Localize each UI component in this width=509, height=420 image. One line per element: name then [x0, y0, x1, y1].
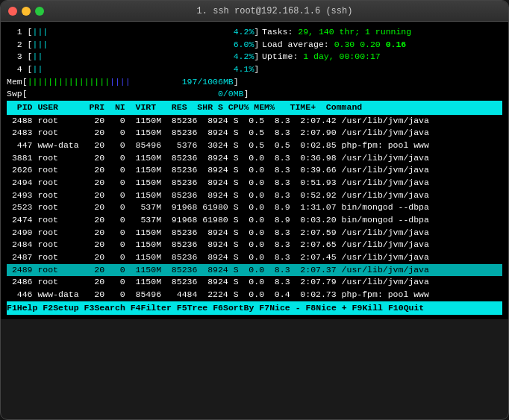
- table-header: PID USER PRI NI VIRT RES SHR S CPU% MEM%…: [7, 101, 502, 115]
- maximize-button[interactable]: [35, 7, 44, 16]
- stats-area: 1 [||| 4.2%] 2 [||| 6.0%] 3 [|| 4.: [7, 26, 502, 101]
- footer-label[interactable]: Nice +: [316, 302, 346, 315]
- footer-key[interactable]: F4: [131, 302, 141, 315]
- table-row: 446 www-data 20 0 85496 4484 2224 S 0.0 …: [7, 289, 502, 301]
- footer-key[interactable]: F10: [388, 302, 404, 315]
- load-line: Load average: 0.30 0.20 0.16: [262, 39, 502, 51]
- footer-label[interactable]: Nice -: [269, 302, 300, 315]
- window-title: 1. ssh root@192.168.1.6 (ssh): [49, 6, 501, 16]
- mem-line: Mem[|||||||||||||||||||| 197/1006MB]: [7, 76, 254, 89]
- terminal-content: 1 [||| 4.2%] 2 [||| 6.0%] 3 [|| 4.: [1, 22, 508, 319]
- table-row: 2523 root 20 0 537M 91968 61980 S 0.0 8.…: [7, 201, 502, 214]
- footer-label[interactable]: Search: [94, 302, 125, 315]
- table-row: 2493 root 20 0 1150M 85236 8924 S 0.0 8.…: [7, 189, 502, 202]
- close-button[interactable]: [8, 7, 17, 16]
- footer-label[interactable]: Help: [17, 302, 38, 315]
- table-row: 447 www-data 20 0 85496 5376 3024 S 0.5 …: [7, 140, 502, 152]
- footer-key[interactable]: F1: [7, 302, 17, 315]
- table-row: 2489 root 20 0 1150M 85236 8924 S 0.0 8.…: [7, 264, 502, 277]
- swp-line: Swp[ 0/0MB]: [7, 88, 254, 101]
- footer-key[interactable]: F8: [305, 302, 316, 315]
- table-row: 2490 root 20 0 1150M 85236 8924 S 0.0 8.…: [7, 227, 502, 239]
- minimize-button[interactable]: [22, 7, 31, 16]
- footer-label[interactable]: Kill: [362, 302, 383, 315]
- footer-label[interactable]: SortBy: [223, 302, 254, 315]
- footer-label[interactable]: Setup: [53, 302, 79, 315]
- table-row: 3881 root 20 0 1150M 85236 8924 S 0.0 8.…: [7, 152, 502, 165]
- cpu4-line: 4 [|| 4.1%]: [7, 63, 254, 76]
- table-row: 2474 root 20 0 537M 91968 61980 S 0.0 8.…: [7, 214, 502, 227]
- cpu2-line: 2 [||| 6.0%]: [7, 39, 254, 51]
- table-row: 2487 root 20 0 1150M 85236 8924 S 0.0 8.…: [7, 251, 502, 264]
- stats-right: Tasks: 29, 140 thr; 1 running Load avera…: [254, 26, 502, 101]
- tasks-line: Tasks: 29, 140 thr; 1 running: [262, 26, 502, 39]
- footer-label[interactable]: Tree: [187, 302, 208, 315]
- footer-key[interactable]: F5: [177, 302, 187, 315]
- table-row: 2486 root 20 0 1150M 85236 8924 S 0.0 8.…: [7, 276, 502, 289]
- table-row: 2484 root 20 0 1150M 85236 8924 S 0.0 8.…: [7, 239, 502, 251]
- footer-key[interactable]: F9: [352, 302, 363, 315]
- footer-label[interactable]: Filter: [141, 302, 172, 315]
- titlebar: 1. ssh root@192.168.1.6 (ssh): [1, 1, 508, 22]
- terminal-window: 1. ssh root@192.168.1.6 (ssh) 1 [||| 4.2…: [0, 0, 509, 420]
- footer-key[interactable]: F3: [84, 302, 95, 315]
- footer-key[interactable]: F2: [43, 302, 53, 315]
- cpu3-line: 3 [|| 4.2%]: [7, 51, 254, 63]
- footer-key[interactable]: F6: [213, 302, 223, 315]
- table-row: 2488 root 20 0 1150M 85236 8924 S 0.5 8.…: [7, 115, 502, 128]
- stats-left: 1 [||| 4.2%] 2 [||| 6.0%] 3 [|| 4.: [7, 26, 254, 101]
- uptime-line: Uptime: 1 day, 00:00:17: [262, 51, 502, 63]
- process-table: 2488 root 20 0 1150M 85236 8924 S 0.5 8.…: [7, 115, 502, 301]
- footer-bar: F1Help F2Setup F3Search F4Filter F5Tree …: [7, 301, 502, 316]
- footer-key[interactable]: F7: [259, 302, 269, 315]
- cpu1-line: 1 [||| 4.2%]: [7, 26, 254, 39]
- table-row: 2494 root 20 0 1150M 85236 8924 S 0.0 8.…: [7, 177, 502, 189]
- footer-label[interactable]: Quit: [404, 302, 425, 315]
- table-row: 2626 root 20 0 1150M 85236 8924 S 0.0 8.…: [7, 164, 502, 177]
- table-row: 2483 root 20 0 1150M 85236 8924 S 0.5 8.…: [7, 127, 502, 140]
